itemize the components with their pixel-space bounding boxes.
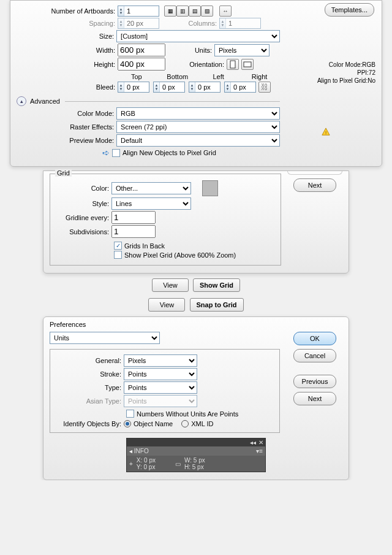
artboards-field[interactable]	[124, 6, 159, 16]
asian-select: Points	[124, 395, 197, 407]
identify-label: Identify Objects By:	[56, 420, 124, 427]
columns-field[interactable]	[226, 18, 260, 28]
ok-button[interactable]: OK	[293, 332, 336, 345]
preferences-title: Preferences	[50, 321, 342, 328]
xmlid-label: XML ID	[191, 420, 213, 427]
grid-next-button[interactable]: Next	[293, 178, 336, 192]
stroke-select[interactable]: Points	[124, 368, 197, 380]
nounits-checkbox[interactable]: Numbers Without Units Are Points	[126, 410, 238, 418]
bleed-right-field[interactable]	[231, 82, 255, 92]
side-align: Align to Pixel Grid:No	[317, 77, 375, 85]
grid-by-row-icon[interactable]: ▦	[164, 6, 176, 17]
units-label: Units:	[165, 47, 214, 54]
height-label: Height:	[17, 61, 118, 68]
svg-rect-3	[244, 62, 251, 67]
advanced-collapse-icon[interactable]: ▴	[17, 96, 26, 106]
info-x-label: X	[137, 457, 141, 464]
prefs-next-button[interactable]: Next	[293, 392, 336, 405]
spacing-label: Spacing:	[17, 20, 118, 27]
align-pixelgrid-label: Align New Objects to Pixel Grid	[123, 149, 216, 156]
preferences-dialog: Preferences Units General: Pixels Stroke…	[43, 316, 349, 480]
grid-color-label: Color:	[56, 185, 111, 192]
artboards-stepper[interactable]: ▲▼	[118, 6, 159, 17]
asian-label: Asian Type:	[56, 397, 124, 405]
cancel-button[interactable]: Cancel	[293, 349, 336, 362]
bleed-right-label: Right	[239, 73, 280, 80]
align-pixelgrid-checkbox[interactable]: Align New Objects to Pixel Grid	[112, 149, 216, 157]
bleed-bottom-stepper[interactable]: ▲▼	[153, 82, 185, 93]
height-field[interactable]	[118, 58, 165, 71]
width-field[interactable]	[118, 44, 165, 56]
subdivisions-label: Subdivisions:	[56, 228, 111, 235]
bleed-label: Bleed:	[17, 83, 118, 91]
info-menu-icon[interactable]: ▾≡	[256, 448, 263, 454]
spacing-field[interactable]	[124, 18, 159, 28]
grids-in-back-label: Grids In Back	[124, 242, 165, 250]
grid-color-swatch[interactable]	[202, 180, 218, 196]
size-select[interactable]: [Custom]	[116, 30, 280, 42]
type-select[interactable]: Points	[124, 381, 197, 394]
arrow-icon: ➪	[102, 148, 110, 158]
rtl-icon[interactable]: ↔	[219, 6, 232, 17]
svg-text:!: !	[325, 130, 326, 136]
info-w-value: : 5 px	[190, 457, 205, 464]
svg-rect-2	[230, 61, 235, 68]
spacing-stepper[interactable]: ▲▼	[118, 18, 159, 29]
general-select[interactable]: Pixels	[124, 354, 197, 367]
bleed-bottom-field[interactable]	[160, 82, 184, 92]
objectname-radio[interactable]: Object Name	[124, 420, 173, 427]
gridline-every-label: Gridline every:	[56, 214, 111, 221]
subdivisions-field[interactable]	[111, 225, 156, 238]
snap-grid-button[interactable]: Snap to Grid	[190, 298, 244, 312]
grid-style-select[interactable]: Lines	[111, 197, 191, 210]
columns-stepper[interactable]: ▲▼	[219, 18, 261, 29]
previous-button[interactable]: Previous	[293, 375, 336, 388]
arrange2-icon[interactable]: ▧	[201, 6, 213, 17]
menu-row-1: View Show Grid	[0, 277, 392, 293]
grid-by-col-icon[interactable]: ▥	[176, 6, 189, 17]
show-grid-button[interactable]: Show Grid	[193, 278, 240, 292]
show-pixel-grid-checkbox[interactable]: Show Pixel Grid (Above 600% Zoom)	[114, 251, 236, 259]
side-info: Color Mode:RGB PPI:72 Align to Pixel Gri…	[317, 61, 375, 85]
view-button-2[interactable]: View	[148, 298, 185, 312]
grids-in-back-checkbox[interactable]: ✓ Grids In Back	[114, 242, 165, 250]
grid-color-select[interactable]: Other...	[111, 182, 191, 194]
width-label: Width:	[17, 47, 118, 54]
xmlid-radio[interactable]: XML ID	[181, 420, 213, 427]
arrange-icon[interactable]: ▤	[189, 6, 201, 17]
bleed-bottom-label: Bottom	[157, 73, 198, 80]
bleed-left-field[interactable]	[195, 82, 220, 92]
new-document-dialog: Templates... Color Mode:RGB PPI:72 Align…	[10, 0, 382, 167]
bleed-left-label: Left	[198, 73, 239, 80]
grid-legend: Grid	[55, 169, 72, 177]
bleed-right-stepper[interactable]: ▲▼	[224, 82, 256, 93]
info-h-value: : 5 px	[189, 464, 203, 470]
show-pixel-grid-label: Show Pixel Grid (Above 600% Zoom)	[124, 251, 236, 259]
view-button-1[interactable]: View	[152, 278, 189, 292]
colormode-select[interactable]: RGB	[116, 107, 280, 120]
general-label: General:	[56, 357, 124, 364]
gridline-every-field[interactable]	[111, 211, 156, 224]
warning-icon: !	[322, 128, 330, 136]
artboards-label: Number of Artboards:	[17, 7, 118, 15]
colormode-label: Color Mode:	[17, 110, 116, 117]
info-close-icon[interactable]: ✕	[258, 439, 263, 446]
info-panel: ◂◂ ✕ ◂ INFO ▾≡ + X: 0 px Y: 0 px ▭ W: 5 …	[126, 438, 266, 472]
info-collapse-icon[interactable]: ◂◂	[250, 439, 256, 446]
bleed-left-stepper[interactable]: ▲▼	[189, 82, 221, 93]
info-tab[interactable]: INFO	[134, 448, 149, 454]
units-select[interactable]: Pixels	[214, 44, 270, 56]
orientation-landscape-icon[interactable]	[241, 59, 254, 70]
bleed-top-stepper[interactable]: ▲▼	[118, 82, 149, 93]
type-label: Type:	[56, 384, 124, 391]
orientation-portrait-icon[interactable]	[227, 59, 239, 70]
preview-select[interactable]: Default	[116, 134, 280, 147]
bleed-top-field[interactable]	[124, 82, 149, 92]
orientation-label: Orientation:	[165, 61, 227, 68]
bleed-link-icon[interactable]: ⛓	[258, 82, 271, 93]
raster-select[interactable]: Screen (72 ppi)	[116, 121, 280, 133]
templates-button[interactable]: Templates...	[325, 3, 374, 17]
prefs-section-select[interactable]: Units	[50, 332, 160, 344]
menu-row-2: View Snap to Grid	[0, 297, 392, 313]
units-tab-pane: General: Pixels Stroke: Points Type: Poi…	[50, 349, 280, 433]
